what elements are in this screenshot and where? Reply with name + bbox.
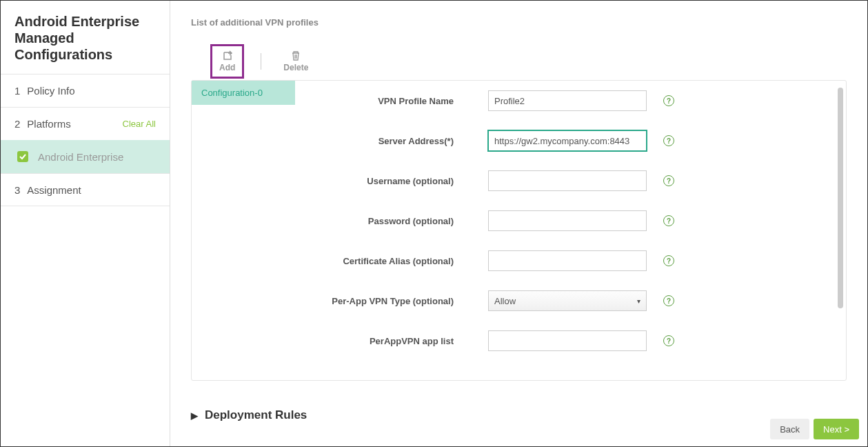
config-panel: Configuration-0 VPN Profile Name ? Serve… [191, 80, 847, 381]
cert-input[interactable] [488, 250, 647, 271]
toolbar-divider [261, 53, 261, 70]
vpn-name-input[interactable] [488, 90, 647, 111]
add-button[interactable]: Add [210, 44, 244, 79]
main-content: List of additional VPN profiles Add Dele… [170, 1, 867, 446]
server-label: Server Address(*) [309, 136, 488, 146]
trash-icon [290, 50, 301, 61]
password-input[interactable] [488, 210, 647, 231]
step-number: 3 [14, 184, 20, 196]
config-item-0[interactable]: Configuration-0 [192, 81, 295, 105]
help-icon[interactable]: ? [663, 215, 674, 226]
help-icon[interactable]: ? [663, 95, 674, 106]
cert-label: Certificate Alias (optional) [309, 256, 488, 266]
step-label: Assignment [27, 184, 81, 196]
sidebar-item-platforms[interactable]: 2 Platforms Clear All [1, 107, 170, 140]
step-number: 1 [14, 85, 20, 97]
help-icon[interactable]: ? [663, 335, 674, 346]
username-input[interactable] [488, 170, 647, 191]
config-list: Configuration-0 [192, 81, 295, 380]
scrollbar[interactable] [838, 88, 843, 308]
toolbar: Add Delete [191, 44, 847, 79]
perapp-list-label: PerAppVPN app list [309, 336, 488, 346]
next-button[interactable]: Next > [814, 419, 859, 439]
perapp-type-label: Per-App VPN Type (optional) [309, 296, 488, 306]
help-icon[interactable]: ? [663, 175, 674, 186]
sidebar-item-policy-info[interactable]: 1 Policy Info [1, 74, 170, 107]
sidebar-item-assignment[interactable]: 3 Assignment [1, 173, 170, 206]
add-label: Add [219, 63, 235, 72]
section-title: List of additional VPN profiles [191, 17, 847, 28]
server-input[interactable] [488, 130, 647, 151]
password-label: Password (optional) [309, 216, 488, 226]
help-icon[interactable]: ? [663, 295, 674, 306]
back-button[interactable]: Back [770, 419, 809, 439]
caret-down-icon: ▾ [637, 297, 640, 305]
delete-button[interactable]: Delete [278, 48, 314, 75]
check-icon [17, 151, 28, 162]
select-value: Allow [494, 296, 516, 306]
perapp-list-input[interactable] [488, 330, 647, 351]
form-area: VPN Profile Name ? Server Address(*) ? U… [295, 81, 846, 380]
sidebar: Android Enterprise Managed Configuration… [1, 1, 170, 446]
subitem-label: Android Enterprise [38, 151, 123, 163]
deployment-rules-toggle[interactable]: ▶ Deployment Rules [191, 408, 847, 422]
chevron-right-icon: ▶ [191, 410, 198, 421]
step-label: Policy Info [27, 85, 74, 97]
clear-all-link[interactable]: Clear All [123, 119, 156, 129]
step-label: Platforms [27, 118, 70, 130]
username-label: Username (optional) [309, 176, 488, 186]
footer-actions: Back Next > [770, 419, 859, 439]
delete-label: Delete [283, 63, 308, 72]
help-icon[interactable]: ? [663, 135, 674, 146]
page-title: Android Enterprise Managed Configuration… [1, 1, 170, 74]
step-number: 2 [14, 118, 20, 130]
add-icon [222, 50, 233, 61]
deployment-label: Deployment Rules [205, 408, 307, 422]
sidebar-subitem-android-enterprise[interactable]: Android Enterprise [1, 140, 170, 173]
vpn-name-label: VPN Profile Name [309, 96, 488, 106]
help-icon[interactable]: ? [663, 255, 674, 266]
perapp-type-select[interactable]: Allow ▾ [488, 290, 647, 311]
